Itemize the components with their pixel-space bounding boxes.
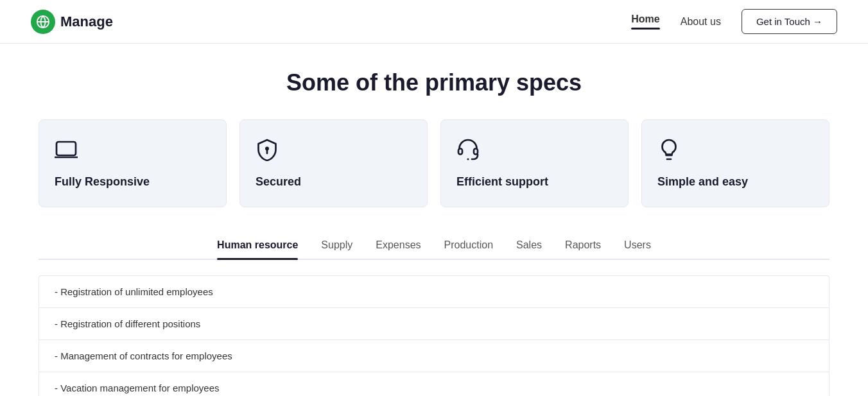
card-label-responsive: Fully Responsive: [55, 175, 211, 189]
svg-point-7: [467, 159, 469, 160]
tab-sales[interactable]: Sales: [516, 239, 542, 259]
list-item: - Vacation management for employees: [39, 372, 829, 396]
brand-logo-icon: [31, 10, 55, 34]
tab-users[interactable]: Users: [624, 239, 651, 259]
card-label-secured: Secured: [256, 175, 412, 189]
tabs-list: Human resource Supply Expenses Productio…: [39, 239, 829, 260]
navbar: Manage Home About us Get in Touch →: [0, 0, 868, 44]
shield-icon: [256, 138, 412, 166]
main-content: Some of the primary specs Fully Responsi…: [0, 44, 868, 396]
laptop-icon: [55, 138, 211, 166]
list-item: - Management of contracts for employees: [39, 340, 829, 372]
svg-rect-6: [474, 149, 478, 155]
feature-card-secured: Secured: [239, 119, 428, 207]
card-label-simple: Simple and easy: [657, 175, 813, 189]
tabs-container: Human resource Supply Expenses Productio…: [39, 239, 829, 260]
svg-rect-1: [56, 142, 76, 155]
svg-rect-5: [458, 149, 462, 155]
bulb-icon: [657, 138, 813, 166]
feature-card-support: Efficient support: [440, 119, 629, 207]
get-in-touch-button[interactable]: Get in Touch →: [742, 9, 837, 34]
feature-card-responsive: Fully Responsive: [39, 119, 227, 207]
tab-expenses[interactable]: Expenses: [376, 239, 421, 259]
tab-raports[interactable]: Raports: [565, 239, 601, 259]
feature-cards: Fully Responsive Secured: [39, 119, 829, 207]
section-title: Some of the primary specs: [39, 69, 829, 96]
card-label-support: Efficient support: [456, 175, 612, 189]
nav-about[interactable]: About us: [681, 16, 721, 28]
headset-icon: [456, 138, 612, 166]
feature-card-simple: Simple and easy: [641, 119, 829, 207]
content-list: - Registration of unlimited employees - …: [39, 275, 829, 396]
list-item: - Registration of unlimited employees: [39, 276, 829, 308]
brand-name: Manage: [60, 13, 113, 30]
tab-production[interactable]: Production: [444, 239, 494, 259]
nav-home[interactable]: Home: [631, 13, 659, 30]
tab-supply[interactable]: Supply: [321, 239, 352, 259]
list-item: - Registration of different positions: [39, 308, 829, 340]
tab-human-resource[interactable]: Human resource: [217, 239, 298, 259]
nav-links: Home About us Get in Touch →: [631, 9, 837, 34]
brand-logo-container[interactable]: Manage: [31, 10, 113, 34]
